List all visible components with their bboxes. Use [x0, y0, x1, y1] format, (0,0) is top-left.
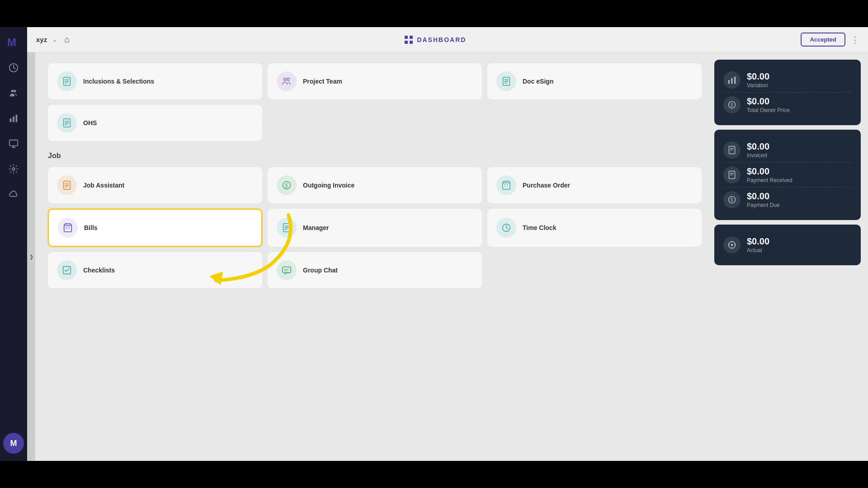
tile-inclusions-selections[interactable]: Inclusions & Selections [48, 63, 262, 99]
sidebar-logo[interactable]: M [5, 34, 22, 51]
sidebar-item-monitor[interactable] [5, 136, 22, 152]
tile-bills[interactable]: Bills [48, 209, 262, 247]
job-section-label: Job [48, 152, 702, 160]
svg-point-23 [507, 186, 508, 187]
outgoing-invoice-icon: $ [282, 180, 292, 190]
payment-due-icon: $ [727, 195, 736, 204]
payment-due-text: $0.00 Payment Due [747, 191, 780, 208]
svg-text:$: $ [731, 103, 733, 108]
ohs-label: OHS [83, 119, 97, 127]
doc-esign-icon-wrapper [496, 71, 516, 91]
purchase-order-icon [501, 180, 511, 190]
gear-icon [9, 164, 19, 174]
total-owner-icon: $ [727, 100, 736, 109]
outgoing-invoice-label: Outgoing Invoice [303, 182, 354, 189]
header-right: Accepted ⋮ [801, 33, 859, 47]
svg-rect-12 [405, 41, 408, 44]
job-section: Job Job Assistant [48, 152, 702, 288]
variation-icon-circle [723, 71, 741, 89]
payment-due-icon-circle: $ [723, 191, 741, 208]
tile-purchase-order[interactable]: Purchase Order [487, 167, 702, 203]
group-chat-label: Group Chat [303, 267, 338, 274]
first-section-grid: Inclusions & Selections Projec [48, 63, 702, 141]
clock-icon [9, 63, 19, 73]
stat-card-variation: $0.00 Variation $ $0.00 [714, 60, 861, 125]
svg-text:M: M [7, 36, 16, 48]
sidebar: M [0, 27, 27, 461]
manager-label: Manager [303, 224, 329, 231]
bills-label: Bills [84, 224, 98, 231]
variation-text: $0.00 Variation [747, 71, 769, 89]
home-icon[interactable]: ⌂ [64, 34, 70, 45]
stat-item-actual: $0.00 Actual [723, 233, 852, 257]
actual-amount: $0.00 [747, 236, 769, 247]
expand-toggle[interactable]: ❯ [27, 52, 35, 461]
actual-icon [727, 240, 736, 249]
stat-item-variation: $0.00 Variation [723, 68, 852, 92]
project-team-icon-wrapper [277, 71, 297, 91]
payment-received-label: Payment Received [747, 177, 793, 183]
actual-text: $0.00 Actual [747, 236, 769, 253]
main-content: xyz ⌄ ⌂ DASHBOARD Accepted ⋮ ❯ [27, 27, 868, 461]
total-owner-icon-circle: $ [723, 96, 741, 113]
checklists-label: Checklists [83, 267, 115, 274]
tile-checklists[interactable]: Checklists [48, 252, 262, 288]
payment-received-text: $0.00 Payment Received [747, 166, 793, 183]
project-team-icon [282, 76, 292, 86]
accepted-button[interactable]: Accepted [801, 33, 845, 47]
svg-text:$: $ [731, 197, 733, 202]
manager-icon-wrapper [277, 218, 297, 238]
doc-esign-icon [501, 76, 511, 86]
stat-item-total-owner-price: $ $0.00 Total Owner Price [723, 92, 852, 117]
total-owner-label: Total Owner Price [747, 107, 790, 113]
stat-card-invoiced: $0.00 Invoiced $0.00 [714, 130, 861, 220]
inclusions-icon [62, 76, 72, 86]
header: xyz ⌄ ⌂ DASHBOARD Accepted ⋮ [27, 27, 868, 52]
job-assistant-icon-wrapper [57, 175, 77, 195]
sidebar-item-cloud[interactable] [5, 186, 22, 202]
svg-rect-5 [10, 118, 12, 122]
invoiced-text: $0.00 Invoiced [747, 141, 769, 159]
purchase-order-icon-wrapper [496, 175, 516, 195]
tile-group-chat[interactable]: Group Chat [268, 252, 482, 288]
svg-rect-10 [405, 36, 408, 39]
more-options-icon[interactable]: ⋮ [851, 35, 859, 45]
svg-text:$: $ [285, 183, 288, 189]
sidebar-item-settings[interactable] [5, 161, 22, 177]
payment-due-amount: $0.00 [747, 191, 780, 202]
sidebar-item-clock[interactable] [5, 60, 22, 76]
job-tiles-grid: Job Assistant $ Outgoing Invoice [48, 167, 702, 288]
svg-rect-6 [13, 116, 14, 122]
total-owner-amount: $0.00 [747, 96, 790, 107]
svg-point-16 [287, 78, 290, 81]
svg-rect-8 [9, 140, 18, 146]
tile-ohs[interactable]: OHS [48, 105, 262, 141]
variation-amount: $0.00 [747, 71, 769, 82]
svg-rect-29 [283, 267, 291, 273]
time-clock-icon-wrapper [496, 218, 516, 238]
svg-point-15 [284, 78, 287, 81]
sidebar-item-chart[interactable] [5, 110, 22, 127]
manager-icon [282, 223, 292, 233]
time-clock-icon [501, 223, 511, 233]
header-center: DASHBOARD [75, 35, 795, 44]
svg-point-25 [69, 228, 70, 229]
svg-rect-7 [16, 115, 18, 122]
checklists-icon [62, 265, 72, 275]
ohs-icon-wrapper [57, 113, 77, 133]
project-team-label: Project Team [303, 78, 342, 85]
sidebar-item-people[interactable] [5, 85, 22, 101]
invoiced-icon [727, 145, 736, 155]
invoiced-icon-circle [723, 141, 741, 159]
tile-job-assistant[interactable]: Job Assistant [48, 167, 262, 203]
tile-doc-esign[interactable]: Doc eSign [487, 63, 702, 99]
tile-outgoing-invoice[interactable]: $ Outgoing Invoice [268, 167, 482, 203]
svg-point-41 [731, 244, 733, 246]
tile-project-team[interactable]: Project Team [268, 63, 482, 99]
checklists-icon-wrapper [57, 260, 77, 280]
bottom-logo: M [3, 433, 24, 454]
tile-manager[interactable]: Manager [268, 209, 482, 247]
project-chevron-icon[interactable]: ⌄ [52, 37, 57, 43]
tile-time-clock[interactable]: Time Clock [487, 209, 702, 247]
right-panel: $0.00 Variation $ $0.00 [714, 52, 868, 461]
